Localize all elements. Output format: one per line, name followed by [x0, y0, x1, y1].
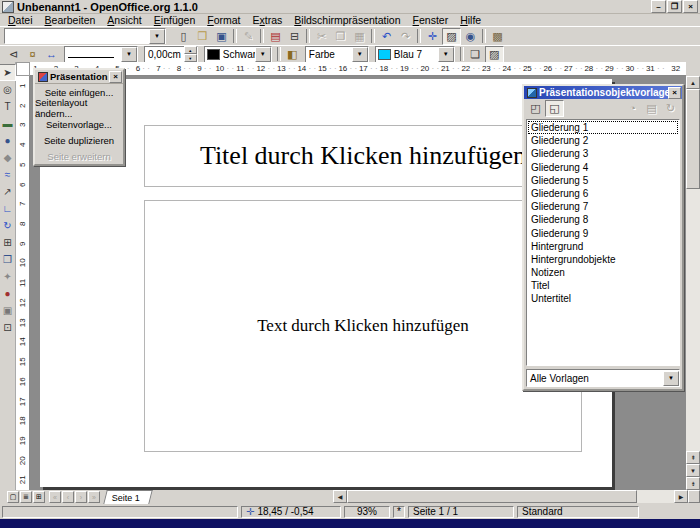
style-filter-combobox[interactable]: Alle Vorlagen ▼	[526, 369, 680, 387]
graphics-styles-icon[interactable]: ◰	[526, 100, 545, 117]
stylist-icon[interactable]: ▨	[442, 28, 461, 45]
style-item[interactable]: Gliederung 5	[528, 174, 678, 187]
outline-view-button[interactable]: ≣	[20, 491, 32, 503]
cut-icon[interactable]: ✂	[312, 28, 331, 45]
last-page-button[interactable]: »	[88, 491, 100, 503]
vertical-scrollbar[interactable]: ▲ ⇞ ▼ ⇟	[686, 76, 700, 490]
close-icon[interactable]: ×	[668, 87, 681, 99]
fill-format-mode-icon[interactable]: ◔	[623, 100, 642, 117]
menu-item[interactable]: Einfügen	[148, 14, 201, 26]
style-item[interactable]: Gliederung 9	[528, 227, 678, 240]
style-item[interactable]: Gliederung 6	[528, 187, 678, 200]
gallery-icon[interactable]: ▩	[488, 28, 507, 45]
update-style-icon[interactable]: ↻	[661, 100, 680, 117]
next-page-button[interactable]: ›	[75, 491, 87, 503]
palette-title-bar[interactable]: Präsentation ×	[35, 70, 123, 84]
next-page-scroll-icon[interactable]: ⇟	[686, 477, 700, 490]
close-button[interactable]: ×	[683, 0, 698, 13]
palette-item[interactable]: Seitenlayout ändern...	[35, 100, 123, 116]
new-style-icon[interactable]: ▤	[642, 100, 661, 117]
style-item[interactable]: Titel	[528, 279, 678, 292]
line-width-spinner[interactable]: 0,00cm ▲▼	[144, 46, 198, 63]
style-item[interactable]: Notizen	[528, 266, 678, 279]
copy-icon[interactable]: ❐	[331, 28, 350, 45]
menu-item[interactable]: Hilfe	[454, 14, 487, 26]
fill-style-combobox[interactable]: Farbe ▼	[305, 46, 369, 63]
ruler-corner[interactable]	[16, 62, 30, 76]
palette-item[interactable]: Seitenvorlage...	[35, 116, 123, 132]
page-tab[interactable]: Seite 1	[103, 490, 153, 504]
menu-item[interactable]: Extras	[247, 14, 289, 26]
redo-icon[interactable]: ↷	[396, 28, 415, 45]
horizontal-scrollbar[interactable]: ◀ ▶	[333, 490, 688, 503]
scroll-up-icon[interactable]: ▲	[686, 76, 700, 89]
restore-button[interactable]: ❐	[667, 0, 682, 13]
spin-down-icon[interactable]: ▼	[184, 54, 197, 62]
prev-page-button[interactable]: ‹	[62, 491, 74, 503]
style-item[interactable]: Gliederung 7	[528, 200, 678, 213]
prev-page-scroll-icon[interactable]: ⇞	[686, 451, 700, 464]
menu-item[interactable]: Bildschirmpräsentation	[288, 14, 406, 26]
style-item[interactable]: Gliederung 4	[528, 161, 678, 174]
window-resize-handle[interactable]	[688, 490, 700, 503]
scroll-down-icon[interactable]: ▼	[686, 464, 700, 477]
new-document-icon[interactable]: ▯	[174, 28, 193, 45]
first-page-button[interactable]: «	[49, 491, 61, 503]
close-icon[interactable]: ×	[109, 71, 122, 83]
presentation-styles-icon[interactable]: ◱	[545, 100, 564, 117]
spin-up-icon[interactable]: ▲	[184, 46, 197, 54]
fill-icon[interactable]: ◧	[283, 46, 302, 63]
vertical-scroll-thumb[interactable]	[686, 89, 700, 189]
title-placeholder[interactable]: Titel durch Klicken hinzufügen	[144, 125, 582, 187]
url-combobox[interactable]: ▼	[4, 28, 166, 44]
chevron-down-icon[interactable]: ▼	[121, 47, 137, 62]
open-icon[interactable]: ❒	[193, 28, 212, 45]
palette-item[interactable]: Seite duplizieren	[35, 132, 123, 148]
stylist-title-bar[interactable]: Präsentationsobjektvorlagen ×	[524, 86, 682, 99]
horizontal-scroll-thumb[interactable]	[347, 490, 637, 503]
chevron-down-icon[interactable]: ▼	[352, 47, 368, 62]
minimize-button[interactable]: –	[651, 0, 666, 13]
style-list: Gliederung 1Gliederung 2Gliederung 3Glie…	[526, 119, 680, 366]
palette-item[interactable]: Seite erweitern	[35, 148, 123, 164]
slide-view-button[interactable]: ⊞	[33, 491, 45, 503]
chevron-down-icon[interactable]: ▼	[663, 371, 679, 386]
body-placeholder[interactable]: Text durch Klicken hinzufügen	[144, 200, 582, 452]
url-input[interactable]	[5, 30, 149, 43]
menu-item[interactable]: Fenster	[407, 14, 455, 26]
style-item[interactable]: Hintergrund	[528, 240, 678, 253]
title-bar[interactable]: Unbenannt1 - OpenOffice.org 1.1.0 –❐×	[0, 0, 700, 14]
scroll-right-icon[interactable]: ▶	[674, 490, 688, 503]
paste-icon[interactable]: ▦	[350, 28, 369, 45]
hyperlink-icon[interactable]: ◉	[461, 28, 480, 45]
drawing-view-button[interactable]: ▢	[7, 491, 19, 503]
line-ends-icon[interactable]: ↔	[42, 46, 61, 63]
style-item[interactable]: Gliederung 1	[528, 121, 678, 134]
shadow-icon[interactable]: ❏	[466, 46, 485, 63]
menu-item[interactable]: Datei	[2, 14, 39, 26]
navigator-icon[interactable]: ✛	[423, 28, 442, 45]
chevron-down-icon[interactable]: ▼	[255, 47, 271, 62]
style-item[interactable]: Hintergrundobjekte	[528, 253, 678, 266]
menu-item[interactable]: Ansicht	[101, 14, 147, 26]
style-item[interactable]: Gliederung 2	[528, 134, 678, 147]
fill-color-combobox[interactable]: Blau 7 ▼	[375, 46, 455, 63]
line-color-combobox[interactable]: Schwarz ▼	[204, 46, 272, 63]
save-icon[interactable]: ▣	[212, 28, 231, 45]
line-style-combobox[interactable]: ▼	[64, 46, 138, 63]
chevron-down-icon[interactable]: ▼	[149, 29, 165, 44]
style-item[interactable]: Gliederung 3	[528, 147, 678, 160]
menu-item[interactable]: Format	[201, 14, 246, 26]
style-item[interactable]: Gliederung 8	[528, 213, 678, 226]
preview-mode-icon[interactable]: ▨	[485, 46, 504, 63]
scroll-left-icon[interactable]: ◀	[333, 490, 347, 503]
style-item[interactable]: Untertitel	[528, 292, 678, 305]
export-pdf-icon[interactable]: ▤	[266, 28, 285, 45]
edit-file-icon[interactable]: ✎	[239, 28, 258, 45]
glue-points-icon[interactable]: ¤	[23, 46, 42, 63]
edit-points-icon[interactable]: ⊲	[4, 46, 23, 63]
menu-item[interactable]: Bearbeiten	[39, 14, 102, 26]
print-icon[interactable]: ⊟	[285, 28, 304, 45]
undo-icon[interactable]: ↶	[377, 28, 396, 45]
chevron-down-icon[interactable]: ▼	[438, 47, 454, 62]
